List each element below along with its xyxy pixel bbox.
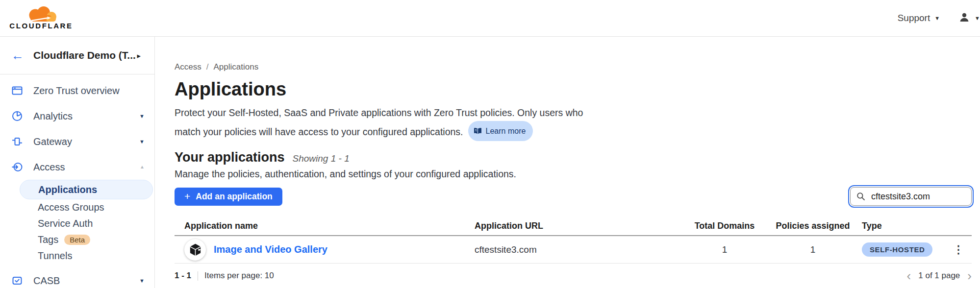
pagination-divider <box>198 271 198 281</box>
cloudflare-logo[interactable]: CLOUDFLARE <box>9 6 74 30</box>
table-header-row: Application name Application URL Total D… <box>175 216 972 236</box>
access-login-icon <box>11 161 23 173</box>
column-header-application-name: Application name <box>175 221 475 231</box>
pie-chart-icon <box>11 110 23 122</box>
support-menu[interactable]: Support ▼ <box>898 13 940 24</box>
sidebar-item-label: Applications <box>38 184 97 195</box>
user-icon <box>958 11 970 25</box>
showing-count: Showing 1 - 1 <box>293 153 350 164</box>
sidebar-item-access-groups[interactable]: Access Groups <box>0 199 154 216</box>
sidebar-item-label: Tags <box>38 234 58 245</box>
plus-icon: + <box>184 191 190 201</box>
learn-more-badge[interactable]: Learn more <box>468 121 533 141</box>
caret-up-icon: ▲ <box>140 165 145 169</box>
section-title: Your applications <box>175 150 285 165</box>
account-name: Cloudflare Demo (T... <box>33 49 137 61</box>
type-badge-self-hosted: SELF-HOSTED <box>862 242 932 257</box>
sidebar-item-label: Service Auth <box>38 218 93 229</box>
expand-triangle-icon[interactable]: ▸ <box>137 52 145 59</box>
next-page-chevron-icon[interactable]: › <box>967 269 972 282</box>
caret-down-icon: ▼ <box>975 16 980 21</box>
pagination-range: 1 - 1 <box>175 271 191 281</box>
page-description: Protect your Self-Hosted, SaaS and Priva… <box>175 105 972 141</box>
sidebar-item-label: Zero Trust overview <box>33 85 120 96</box>
sidebar-item-analytics[interactable]: Analytics ▼ <box>0 103 154 129</box>
page-description-line1: Protect your Self-Hosted, SaaS and Priva… <box>175 107 583 118</box>
sidebar-item-applications[interactable]: Applications <box>20 180 153 199</box>
total-domains-cell: 1 <box>685 244 764 255</box>
sidebar-item-zero-trust-overview[interactable]: Zero Trust overview <box>0 78 154 103</box>
support-label: Support <box>898 13 930 24</box>
column-header-policies-assigned: Policies assigned <box>764 221 862 231</box>
window-icon <box>11 85 23 96</box>
sidebar-nav: Zero Trust overview Analytics ▼ <box>0 74 154 288</box>
sidebar-item-label: Tunnels <box>38 250 72 262</box>
sidebar-item-casb[interactable]: CASB ▼ <box>0 268 154 288</box>
caret-down-icon: ▼ <box>139 278 145 284</box>
page-description-line2: match your policies will have access to … <box>175 126 463 137</box>
caret-down-icon: ▼ <box>139 114 145 119</box>
sidebar-item-service-auth[interactable]: Service Auth <box>0 216 154 232</box>
application-url-cell: cftestsite3.com <box>475 244 685 255</box>
learn-more-label: Learn more <box>486 123 526 139</box>
row-kebab-menu-icon[interactable]: ⋮ <box>950 242 967 257</box>
breadcrumb: Access / Applications <box>175 62 972 72</box>
application-cube-icon <box>184 239 206 261</box>
caret-down-icon: ▼ <box>934 16 940 21</box>
beta-badge: Beta <box>64 235 90 245</box>
back-arrow-icon[interactable]: ← <box>11 49 26 62</box>
policies-assigned-cell: 1 <box>764 244 862 255</box>
book-icon <box>474 127 482 135</box>
column-header-type: Type <box>862 221 950 231</box>
table-row: Image and Video Gallery cftestsite3.com … <box>175 236 972 264</box>
previous-page-chevron-icon[interactable]: ‹ <box>907 269 911 282</box>
add-application-button[interactable]: + Add an application <box>175 188 282 206</box>
cloudflare-wordmark: CLOUDFLARE <box>9 22 73 30</box>
page-title: Applications <box>175 79 972 99</box>
section-description: Manage the policies, authentication, and… <box>175 168 972 180</box>
breadcrumb-separator: / <box>206 62 209 72</box>
sidebar-item-gateway[interactable]: Gateway ▼ <box>0 129 154 154</box>
column-header-application-url: Application URL <box>475 221 685 231</box>
gateway-icon <box>11 136 23 147</box>
pagination-bar: 1 - 1 Items per page: 10 ‹ 1 of 1 page › <box>175 269 972 282</box>
sidebar-item-label: CASB <box>33 275 60 287</box>
sidebar-item-tunnels[interactable]: Tunnels <box>0 248 154 264</box>
cloudflare-cloud-icon <box>16 6 67 23</box>
main-content: Access / Applications Applications Prote… <box>155 37 980 288</box>
breadcrumb-applications[interactable]: Applications <box>214 62 259 72</box>
sidebar-item-label: Access <box>33 162 65 173</box>
global-header: CLOUDFLARE Support ▼ ▼ <box>0 0 980 37</box>
sidebar-item-label: Analytics <box>33 111 73 122</box>
search-input[interactable] <box>850 187 972 206</box>
add-application-label: Add an application <box>196 192 273 202</box>
column-header-total-domains: Total Domains <box>685 221 764 231</box>
sidebar-item-label: Gateway <box>33 136 72 147</box>
caret-down-icon: ▼ <box>139 139 145 144</box>
account-switcher[interactable]: ← Cloudflare Demo (T... ▸ <box>0 37 154 74</box>
sidebar-item-access[interactable]: Access ▲ <box>0 154 154 180</box>
user-menu[interactable]: ▼ <box>958 11 978 25</box>
breadcrumb-access[interactable]: Access <box>175 62 201 72</box>
applications-table: Application name Application URL Total D… <box>175 216 972 264</box>
sidebar: ← Cloudflare Demo (T... ▸ Zero Trust ove… <box>0 37 155 288</box>
page-status: 1 of 1 page <box>918 271 960 281</box>
casb-check-icon <box>11 275 23 287</box>
sidebar-item-label: Access Groups <box>38 202 104 213</box>
items-per-page[interactable]: Items per page: 10 <box>204 271 274 281</box>
sidebar-item-tags[interactable]: Tags Beta <box>0 232 154 248</box>
application-name-link[interactable]: Image and Video Gallery <box>214 244 327 255</box>
